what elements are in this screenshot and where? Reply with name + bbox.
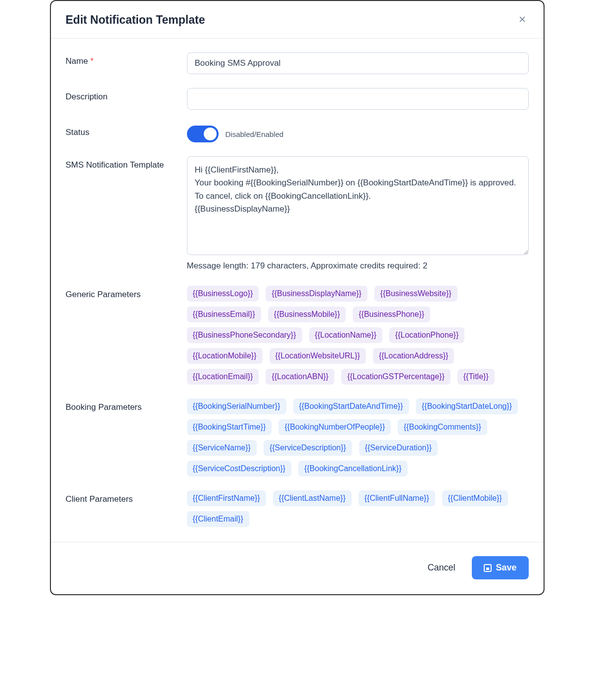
status-toggle[interactable] — [187, 126, 219, 142]
edit-notification-modal: Edit Notification Template Name * Descri… — [50, 0, 545, 595]
row-generic-params: Generic Parameters {{BusinessLogo}}{{Bus… — [66, 286, 529, 385]
client_parameters-chip[interactable]: {{ClientFullName}} — [359, 490, 435, 506]
generic_parameters-chip[interactable]: {{BusinessEmail}} — [187, 306, 261, 322]
booking_parameters-chip[interactable]: {{ServiceDuration}} — [359, 440, 438, 456]
modal-header: Edit Notification Template — [51, 1, 544, 39]
message-info: Message length: 179 characters, Approxim… — [187, 261, 529, 271]
generic_parameters-chip[interactable]: {{BusinessWebsite}} — [374, 286, 457, 302]
field-description — [187, 88, 529, 110]
sms-template-textarea[interactable] — [187, 156, 529, 255]
label-name: Name * — [66, 52, 187, 66]
booking_parameters-chip[interactable]: {{ServiceCostDescription}} — [187, 461, 292, 477]
label-name-text: Name — [66, 56, 88, 66]
booking_parameters-chip[interactable]: {{BookingStartDateLong}} — [416, 398, 518, 414]
generic_parameters-chip[interactable]: {{BusinessPhoneSecondary}} — [187, 327, 302, 343]
msg-credits-value: 2 — [423, 261, 427, 270]
required-mark: * — [91, 56, 94, 66]
generic_parameters-chip[interactable]: {{LocationPhone}} — [389, 327, 464, 343]
booking_parameters-chip[interactable]: {{BookingStartDateAndTime}} — [293, 398, 409, 414]
modal-body: Name * Description Status Disabled — [51, 39, 544, 542]
row-sms-template: SMS Notification Template Message length… — [66, 156, 529, 271]
generic_parameters-chip[interactable]: {{BusinessLogo}} — [187, 286, 259, 302]
status-caption: Disabled/Enabled — [226, 130, 284, 138]
generic-chips: {{BusinessLogo}}{{BusinessDisplayName}}{… — [187, 286, 529, 385]
generic_parameters-chip[interactable]: {{LocationABN}} — [266, 369, 334, 385]
description-input[interactable] — [187, 88, 529, 110]
modal-title: Edit Notification Template — [66, 13, 205, 27]
client_parameters-chip[interactable]: {{ClientMobile}} — [442, 490, 508, 506]
label-sms-template: SMS Notification Template — [66, 156, 187, 170]
msg-length-value: 179 characters, — [251, 261, 309, 270]
booking_parameters-chip[interactable]: {{BookingStartTime}} — [187, 419, 272, 435]
save-icon — [484, 564, 492, 572]
client_parameters-chip[interactable]: {{ClientLastName}} — [273, 490, 352, 506]
close-icon[interactable] — [516, 13, 529, 27]
generic_parameters-chip[interactable]: {{BusinessPhone}} — [353, 306, 430, 322]
label-client-params: Client Parameters — [66, 490, 187, 504]
label-generic-params: Generic Parameters — [66, 286, 187, 300]
toggle-knob — [204, 128, 217, 140]
field-booking-params: {{BookingSerialNumber}}{{BookingStartDat… — [187, 398, 529, 477]
generic_parameters-chip[interactable]: {{LocationName}} — [309, 327, 383, 343]
field-status: Disabled/Enabled — [187, 124, 529, 142]
cancel-button[interactable]: Cancel — [424, 562, 458, 573]
field-generic-params: {{BusinessLogo}}{{BusinessDisplayName}}{… — [187, 286, 529, 385]
booking-chips: {{BookingSerialNumber}}{{BookingStartDat… — [187, 398, 529, 477]
label-booking-params: Booking Parameters — [66, 398, 187, 412]
msg-length-label: Message length: — [187, 261, 251, 270]
field-name — [187, 52, 529, 74]
row-client-params: Client Parameters {{ClientFirstName}}{{C… — [66, 490, 529, 527]
generic_parameters-chip[interactable]: {{LocationWebsiteURL}} — [270, 348, 366, 364]
msg-credits-label: Approximate credits required: — [309, 261, 423, 270]
save-button-label: Save — [496, 563, 516, 573]
row-booking-params: Booking Parameters {{BookingSerialNumber… — [66, 398, 529, 477]
client-chips: {{ClientFirstName}}{{ClientLastName}}{{C… — [187, 490, 529, 527]
generic_parameters-chip[interactable]: {{BusinessMobile}} — [268, 306, 346, 322]
row-description: Description — [66, 88, 529, 110]
name-input[interactable] — [187, 52, 529, 74]
generic_parameters-chip[interactable]: {{BusinessDisplayName}} — [266, 286, 367, 302]
client_parameters-chip[interactable]: {{ClientFirstName}} — [187, 490, 266, 506]
booking_parameters-chip[interactable]: {{BookingCancellationLink}} — [298, 461, 408, 477]
modal-footer: Cancel Save — [51, 542, 544, 594]
generic_parameters-chip[interactable]: {{LocationEmail}} — [187, 369, 259, 385]
field-client-params: {{ClientFirstName}}{{ClientLastName}}{{C… — [187, 490, 529, 527]
booking_parameters-chip[interactable]: {{ServiceName}} — [187, 440, 257, 456]
row-status: Status Disabled/Enabled — [66, 124, 529, 142]
label-status: Status — [66, 124, 187, 137]
status-toggle-wrap: Disabled/Enabled — [187, 124, 529, 142]
generic_parameters-chip[interactable]: {{LocationGSTPercentage}} — [341, 369, 451, 385]
label-description: Description — [66, 88, 187, 102]
row-name: Name * — [66, 52, 529, 74]
save-button[interactable]: Save — [472, 556, 528, 579]
generic_parameters-chip[interactable]: {{LocationAddress}} — [373, 348, 455, 364]
generic_parameters-chip[interactable]: {{Title}} — [457, 369, 495, 385]
client_parameters-chip[interactable]: {{ClientEmail}} — [187, 511, 249, 527]
booking_parameters-chip[interactable]: {{ServiceDescription}} — [264, 440, 352, 456]
booking_parameters-chip[interactable]: {{BookingComments}} — [398, 419, 487, 435]
field-sms-template: Message length: 179 characters, Approxim… — [187, 156, 529, 271]
booking_parameters-chip[interactable]: {{BookingNumberOfPeople}} — [278, 419, 391, 435]
booking_parameters-chip[interactable]: {{BookingSerialNumber}} — [187, 398, 286, 414]
generic_parameters-chip[interactable]: {{LocationMobile}} — [187, 348, 263, 364]
